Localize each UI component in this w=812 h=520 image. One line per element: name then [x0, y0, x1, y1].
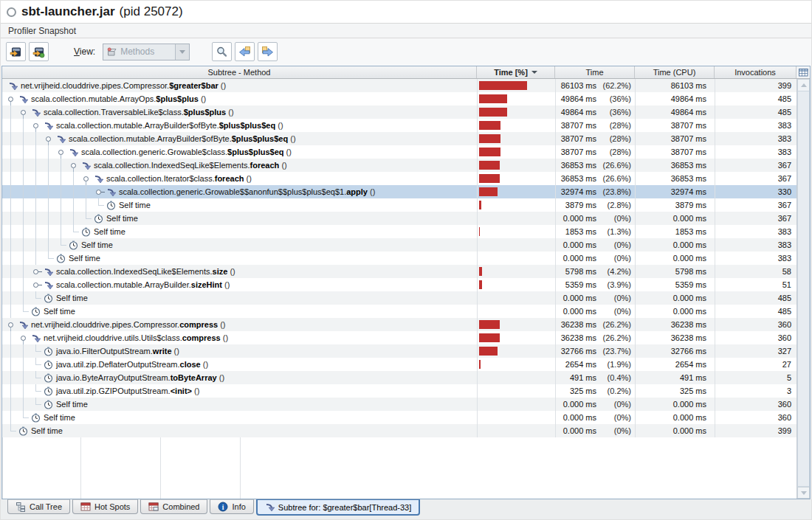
- table-row-selected[interactable]: scala.collection.generic.Growable$$anonf…: [2, 185, 796, 198]
- tree-guide: [57, 172, 69, 185]
- time-cpu-cell: 32766 ms: [635, 344, 715, 358]
- tree-connector: [32, 398, 42, 411]
- collapse-handle[interactable]: [82, 172, 92, 185]
- collapse-handle[interactable]: [19, 331, 30, 344]
- method-label: Self time: [81, 240, 113, 249]
- call-subtree-table: net.vrijheid.clouddrive.pipes.Compressor…: [2, 79, 796, 499]
- scroll-up-button[interactable]: [797, 79, 810, 91]
- table-row[interactable]: scala.collection.IndexedSeqLike$Elements…: [2, 159, 796, 172]
- table-row[interactable]: scala.collection.mutable.ArrayBuilder$of…: [2, 119, 796, 132]
- method-cell: java.io.ByteArrayOutputStream.toByteArra…: [2, 371, 477, 384]
- table-row[interactable]: net.vrijheid.clouddrive.pipes.Compressor…: [2, 318, 796, 331]
- search-icon: [216, 46, 228, 58]
- method-cell: scala.collection.IndexedSeqLike$Elements…: [2, 159, 477, 172]
- subtree-icon: [18, 94, 29, 104]
- invocations-cell: 367: [715, 172, 796, 185]
- collapse-handle[interactable]: [19, 105, 30, 119]
- method-label: scala.collection.IndexedSeqLike$Elements…: [94, 161, 287, 170]
- table-row[interactable]: Self time 0.000 ms(0%) 0.000 ms 485: [2, 291, 796, 305]
- tab-info[interactable]: i Info: [210, 499, 253, 514]
- table-row[interactable]: scala.collection.generic.Growable$class.…: [2, 145, 796, 159]
- tree-guide: [19, 344, 32, 358]
- tree-connector: [57, 238, 67, 252]
- time-cell: 1853 ms(1.3%): [555, 225, 635, 238]
- tab-combined[interactable]: Combined: [140, 499, 207, 514]
- time-cell: 0.000 ms(0%): [555, 291, 635, 305]
- column-header-time[interactable]: Time: [555, 66, 635, 78]
- collapse-handle[interactable]: [57, 145, 67, 159]
- method-cell: Self time: [2, 305, 477, 318]
- table-row[interactable]: scala.collection.IndexedSeqLike$Elements…: [2, 265, 796, 278]
- tab-subtree[interactable]: Subtree for: $greater$bar[Thread-33]: [256, 499, 420, 516]
- table-row[interactable]: Self time 0.000 ms(0%) 0.000 ms 367: [2, 212, 796, 225]
- table-row[interactable]: Self time 0.000 ms(0%) 0.000 ms 383: [2, 252, 796, 265]
- table-row[interactable]: java.io.ByteArrayOutputStream.toByteArra…: [2, 371, 796, 384]
- time-cpu-cell: 0.000 ms: [635, 238, 715, 252]
- invocations-cell: 399: [715, 424, 796, 437]
- tree-connector: [32, 344, 42, 358]
- column-header-time-cpu[interactable]: Time (CPU): [635, 66, 715, 78]
- combo-dropdown-button[interactable]: [175, 44, 189, 60]
- expand-handle[interactable]: [32, 278, 42, 291]
- expand-handle[interactable]: [94, 185, 105, 198]
- clock-icon: [43, 399, 54, 409]
- method-label: scala.collection.generic.Growable$$anonf…: [119, 187, 375, 196]
- find-button[interactable]: [212, 42, 232, 61]
- table-row[interactable]: Self time 0.000 ms(0%) 0.000 ms 485: [2, 305, 796, 318]
- view-select[interactable]: Methods: [103, 44, 190, 60]
- table-row[interactable]: scala.collection.Iterator$class.foreach …: [2, 172, 796, 185]
- method-cell: scala.collection.generic.Growable$$anonf…: [2, 185, 477, 198]
- table-row[interactable]: Self time 0.000 ms(0%) 0.000 ms 360: [2, 411, 796, 424]
- table-row[interactable]: Self time 0.000 ms(0%) 0.000 ms 360: [2, 398, 796, 411]
- tab-hot-spots[interactable]: Hot Spots: [72, 499, 138, 514]
- tree-guide: [19, 291, 32, 305]
- find-next-button[interactable]: [258, 42, 278, 61]
- tree-guide: [82, 185, 94, 198]
- tree-guide: [19, 198, 32, 212]
- table-row[interactable]: net.vrijheid.clouddrive.utils.Utils$clas…: [2, 331, 796, 344]
- method-label: scala.collection.Iterator$class.foreach …: [106, 174, 252, 183]
- find-previous-button[interactable]: [235, 42, 255, 61]
- column-selector-button[interactable]: [796, 66, 810, 78]
- time-cell: 38707 ms(28%): [555, 145, 635, 159]
- expand-handle[interactable]: [32, 265, 42, 278]
- table-row[interactable]: scala.collection.mutable.ArrayBuilder$of…: [2, 132, 796, 145]
- method-cell: scala.collection.TraversableLike$class.$…: [2, 105, 477, 119]
- vertical-scrollbar[interactable]: [796, 79, 810, 499]
- table-row[interactable]: scala.collection.mutable.ArrayBuilder.si…: [2, 278, 796, 291]
- method-label: Self time: [44, 307, 75, 316]
- table-row[interactable]: net.vrijheid.clouddrive.pipes.Compressor…: [2, 79, 796, 92]
- scrollbar-thumb[interactable]: [797, 91, 810, 487]
- column-header-invocations[interactable]: Invocations: [715, 66, 796, 78]
- clock-icon: [106, 200, 117, 210]
- time-percent-cell: [477, 411, 555, 424]
- collapse-handle[interactable]: [7, 318, 17, 331]
- table-row[interactable]: java.io.FilterOutputStream.write () 3276…: [2, 344, 796, 358]
- time-percent-cell: [477, 145, 555, 159]
- time-percent-cell: [477, 212, 555, 225]
- table-row[interactable]: scala.collection.mutable.ArrayOps.$plus$…: [2, 92, 796, 105]
- table-row[interactable]: Self time 0.000 ms(0%) 0.000 ms 399: [2, 424, 796, 437]
- method-cell: Self time: [2, 411, 477, 424]
- collapse-handle[interactable]: [44, 132, 55, 145]
- table-row[interactable]: scala.collection.TraversableLike$class.$…: [2, 105, 796, 119]
- table-row[interactable]: Self time 0.000 ms(0%) 0.000 ms 383: [2, 238, 796, 252]
- column-header-method[interactable]: Subtree - Method: [2, 66, 477, 78]
- scroll-down-button[interactable]: [797, 487, 810, 499]
- export-snapshot-button[interactable]: [6, 42, 26, 61]
- time-percent-bar: [479, 333, 500, 342]
- invocations-cell: 399: [715, 79, 796, 92]
- collapse-handle[interactable]: [69, 159, 80, 172]
- tab-call-tree[interactable]: Call Tree: [7, 499, 70, 514]
- tree-guide: [19, 119, 32, 132]
- collapse-handle[interactable]: [7, 92, 17, 105]
- table-row[interactable]: java.util.zip.DeflaterOutputStream.close…: [2, 358, 796, 371]
- save-snapshot-button[interactable]: [29, 42, 49, 61]
- table-row[interactable]: java.util.zip.GZIPOutputStream.<init> ()…: [2, 384, 796, 398]
- table-row[interactable]: Self time 1853 ms(1.3%) 1853 ms 383: [2, 225, 796, 238]
- collapse-handle[interactable]: [32, 119, 42, 132]
- time-cell: 5359 ms(3.9%): [555, 278, 635, 291]
- column-header-time-percent[interactable]: Time [%]: [477, 66, 555, 78]
- time-percent-cell: [477, 278, 555, 291]
- table-row[interactable]: Self time 3879 ms(2.8%) 3879 ms 367: [2, 198, 796, 212]
